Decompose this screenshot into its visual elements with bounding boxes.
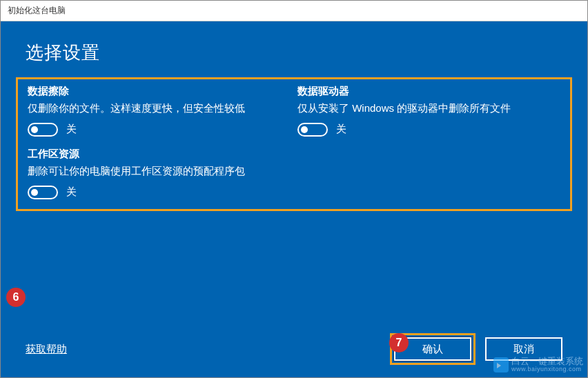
empty-cell	[297, 148, 560, 199]
button-row: 确认 取消	[390, 333, 562, 365]
annotation-badge-7: 7	[389, 333, 409, 352]
toggle-row: 关	[28, 186, 291, 199]
content-area: 选择设置 数据擦除 仅删除你的文件。这样速度更快，但安全性较低 关 数据驱动器 …	[1, 21, 587, 377]
workspace-toggle[interactable]	[28, 186, 58, 199]
cancel-button[interactable]: 取消	[485, 337, 562, 361]
setting-title: 数据驱动器	[297, 85, 560, 98]
watermark-sub: www.baiyunxitong.com	[511, 366, 583, 373]
toggle-row: 关	[297, 123, 560, 137]
page-title: 选择设置	[26, 41, 562, 65]
setting-workspace: 工作区资源 删除可让你的电脑使用工作区资源的预配程序包 关	[28, 148, 291, 199]
spacer	[26, 211, 562, 326]
setting-title: 数据擦除	[28, 85, 291, 98]
toggle-label: 关	[66, 186, 77, 199]
window-titlebar: 初始化这台电脑	[1, 1, 587, 21]
footer: 获取帮助 确认 取消	[26, 333, 562, 365]
setting-data-erase: 数据擦除 仅删除你的文件。这样速度更快，但安全性较低 关	[28, 85, 291, 137]
setting-data-drive: 数据驱动器 仅从安装了 Windows 的驱动器中删除所有文件 关	[297, 85, 560, 137]
toggle-label: 关	[336, 123, 346, 136]
setting-description: 删除可让你的电脑使用工作区资源的预配程序包	[28, 163, 291, 179]
data-drive-toggle[interactable]	[297, 123, 328, 137]
toggle-label: 关	[66, 123, 77, 136]
setting-description: 仅从安装了 Windows 的驱动器中删除所有文件	[297, 101, 560, 116]
help-link[interactable]: 获取帮助	[26, 343, 67, 356]
data-erase-toggle[interactable]	[28, 123, 58, 137]
setting-description: 仅删除你的文件。这样速度更快，但安全性较低	[28, 101, 291, 116]
window-title: 初始化这台电脑	[8, 6, 66, 15]
setting-title: 工作区资源	[28, 148, 291, 161]
toggle-row: 关	[28, 123, 291, 137]
annotation-badge-6: 6	[6, 288, 26, 307]
settings-highlight-box: 数据擦除 仅删除你的文件。这样速度更快，但安全性较低 关 数据驱动器 仅从安装了…	[16, 77, 572, 211]
reset-pc-window: 初始化这台电脑 选择设置 数据擦除 仅删除你的文件。这样速度更快，但安全性较低 …	[0, 0, 588, 378]
